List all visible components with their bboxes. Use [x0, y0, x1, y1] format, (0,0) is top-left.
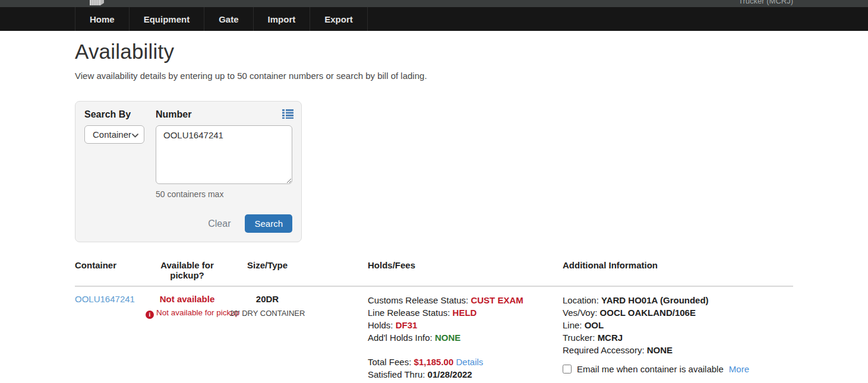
size-description: 20' DRY CONTAINER	[229, 309, 306, 318]
size-code: 20DR	[229, 294, 306, 304]
holds-status: Holds: DF31	[368, 319, 563, 331]
main-nav: Home Equipment Gate Import Export	[0, 7, 868, 31]
number-input[interactable]: OOLU1647241	[156, 125, 292, 184]
container-number-link[interactable]: OOLU1647241	[75, 294, 135, 304]
chevron-down-icon	[132, 129, 138, 140]
container-cell: OOLU1647241	[75, 287, 146, 381]
additional-info-cell: Location: YARD HO01A (Grounded) Ves/Voy:…	[563, 287, 793, 381]
column-spacer	[306, 260, 368, 287]
containers-max-hint: 50 containers max	[156, 189, 292, 199]
availability-note: Not available for pickup	[146, 308, 229, 319]
required-accessory-info: Required Accessory: NONE	[563, 344, 793, 356]
availability-cell: Not available Not available for pickup	[146, 287, 229, 381]
column-header-container: Container	[75, 260, 146, 287]
list-icon[interactable]	[282, 109, 293, 121]
main-content: Availability View availability details b…	[0, 40, 868, 383]
search-by-select[interactable]: Container	[84, 125, 144, 144]
email-notify-checkbox[interactable]	[563, 365, 572, 373]
clear-button[interactable]: Clear	[208, 219, 231, 229]
location-info: Location: YARD HO01A (Grounded)	[563, 294, 793, 306]
nav-item-home[interactable]: Home	[75, 7, 130, 31]
nav-item-equipment[interactable]: Equipment	[130, 7, 205, 31]
nav-item-import[interactable]: Import	[254, 7, 311, 31]
line-release-status: Line Release Status: HELD	[368, 306, 563, 319]
email-notify-label: Email me when container is available	[577, 364, 724, 374]
number-label: Number	[156, 109, 292, 120]
column-header-additional-info: Additional Information	[563, 260, 793, 287]
availability-status: Not available	[146, 294, 229, 304]
customs-release-status: Customs Release Status: CUST EXAM	[368, 294, 563, 306]
nav-item-gate[interactable]: Gate	[204, 7, 253, 31]
trucker-session-label: Trucker (MCRJ)	[738, 0, 793, 5]
vessel-voyage-info: Ves/Voy: OOCL OAKLAND/106E	[563, 306, 793, 319]
page-subtitle: View availability details by entering up…	[75, 71, 793, 81]
line-info: Line: OOL	[563, 319, 793, 331]
holds-fees-cell: Customs Release Status: CUST EXAM Line R…	[368, 287, 563, 381]
fees-details-link[interactable]: Details	[456, 357, 483, 367]
column-header-size-type: Size/Type	[229, 260, 306, 287]
top-strip: Trucker (MCRJ)	[0, 0, 868, 7]
info-icon	[146, 311, 154, 319]
email-notify-more-link[interactable]: More	[729, 364, 749, 374]
size-type-cell: 20DR 20' DRY CONTAINER	[229, 287, 306, 381]
addl-holds-info: Add'l Holds Info: NONE	[368, 331, 563, 344]
trucker-info: Trucker: MCRJ	[563, 331, 793, 344]
search-panel: Search By Container Number OOLU1647241 5…	[75, 101, 302, 242]
nav-item-export[interactable]: Export	[310, 7, 368, 31]
total-fees: Total Fees: $1,185.00 Details	[368, 356, 563, 368]
email-notify-row: Email me when container is available Mor…	[563, 364, 793, 374]
search-button[interactable]: Search	[245, 214, 292, 233]
search-by-selected-value: Container	[93, 129, 131, 140]
page-title: Availability	[75, 40, 793, 64]
column-spacer	[306, 287, 368, 381]
container-logo-icon	[87, 0, 105, 7]
satisfied-thru: Satisfied Thru: 01/28/2022	[368, 368, 563, 381]
search-by-label: Search By	[84, 109, 156, 120]
column-header-available: Available for pickup?	[146, 260, 229, 287]
results-table: Container Available for pickup? Size/Typ…	[75, 260, 793, 381]
column-header-holds-fees: Holds/Fees	[368, 260, 563, 287]
